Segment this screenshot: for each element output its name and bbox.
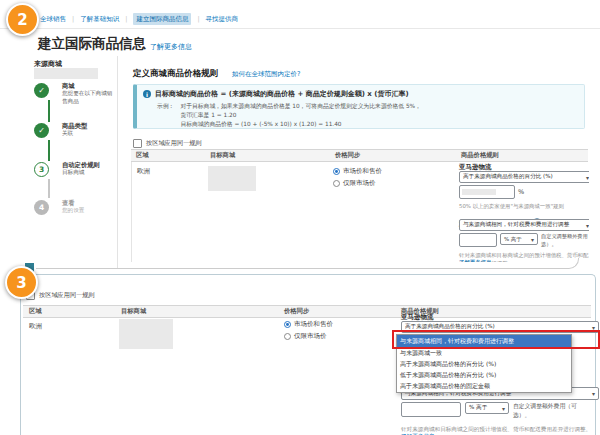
example-line3: 目标商城的商品价格 = (10 + (-5% x 10)) x (1.20) =… — [180, 120, 421, 129]
sync-option-1-label: 市场价和售价 — [343, 167, 382, 176]
region-value: 欧洲 — [137, 167, 150, 176]
step4-number-circle: 4 — [34, 200, 49, 215]
tab-find-providers[interactable]: 寻找提供商 — [206, 15, 239, 24]
example-line2: 货币汇率是 1 = 1.20 — [180, 111, 421, 120]
pricing-formula-info-box: i 目标商城的商品价格 = (来源商城的商品价格 + 商品定价规则金额) x (… — [133, 84, 585, 129]
pricing-formula: 目标商城的商品价格 = (来源商城的商品价格 + 商品定价规则金额) x (货币… — [155, 89, 409, 99]
sync-option-2-label: 仅限市场价 — [343, 179, 376, 188]
percent-sign: % — [518, 188, 524, 196]
col-price-sync: 价格同步 — [335, 151, 461, 160]
example-label: 示例： — [157, 102, 174, 129]
col-target-marketplace: 目标商城 — [121, 307, 284, 316]
tab-build-international-listings-active[interactable]: 建立国际商品信息 — [133, 13, 191, 25]
section1-heading: 定义商城商品价格规则 — [133, 68, 218, 80]
pan-eu-rule-select[interactable]: 与来源商城相同，针对税费和费用进行调整 — [459, 219, 589, 231]
sidebar-divider — [117, 56, 118, 268]
step2-subtitle: 关联 — [62, 130, 73, 138]
screenshot2-panel: 按区域应用同一规则 区域 目标商城 价格同步 商品价格规则 欧洲 市场价和售价 … — [20, 274, 596, 435]
adjust-fee-row: % 高于 自定义调整额外费用（可选）。 — [459, 233, 589, 249]
target-marketplace-redacted — [208, 166, 256, 191]
example-line1: 对于目标商城，如果来源商城的商品价格是 10，可将商品定价规则定义为比来源价格低… — [180, 102, 421, 111]
step4-subtitle: 您的设置 — [62, 207, 84, 215]
col-region: 区域 — [23, 307, 121, 316]
col-price-rule: 商品价格规则 — [461, 151, 499, 160]
fba-rule-select[interactable]: 高于来源商城商品价格的百分比 (%) — [459, 171, 589, 183]
sync-radio-price-and-sale[interactable] — [333, 168, 340, 175]
dropdown-option-same-as-source[interactable]: 与来源商城一致 — [397, 348, 571, 359]
fba-percent-input[interactable] — [459, 185, 515, 199]
region-rule-label: 按区域应用同一规则 — [146, 139, 202, 148]
sync-option-1-row: 市场价和售价 — [284, 320, 333, 329]
step3-number-circle: 3 — [34, 162, 49, 177]
region-value: 欧洲 — [29, 322, 42, 331]
annotation-badge-3: 3 — [5, 266, 38, 299]
nav-divider — [0, 28, 600, 29]
adjust-fee-input[interactable] — [459, 233, 497, 247]
build-international-listings-page: 2 全球销售 | 了解基础知识 | 建立国际商品信息 | 寻找提供商 建立国际商… — [0, 0, 600, 435]
screenshot1-bottom-border — [36, 258, 579, 269]
fba-rule-dropdown-list: 与来源商城相同，针对税费和费用进行调整 与来源商城一致 高于来源商城商品价格的百… — [396, 334, 572, 393]
sync-option-2-row: 仅限市场价 — [284, 332, 327, 341]
apply-rule-by-region-row: 按区域应用同一规则 — [133, 139, 202, 148]
table1-row: 欧洲 市场价和售价 仅限市场价 亚马逊物流 高于来源商城商品价格的百分比 (%)… — [131, 162, 589, 262]
apply-rule-by-region-row: 按区域应用同一规则 — [26, 291, 95, 300]
fba-note: 50% 以上的卖家使用"与来源商城一致"规则 — [459, 203, 589, 211]
step2-check-icon — [34, 123, 49, 138]
adjust-note: 针对来源商城和目标商城之间的预计增值税、货币和配送费用差异进行调整。 — [401, 425, 593, 433]
col-price-sync: 价格同步 — [284, 307, 401, 316]
table1-header: 区域 目标商城 价格同步 商品价格规则 — [131, 149, 588, 162]
step1-subtitle: 您想要在以下商城销售商品 — [62, 90, 116, 106]
tab-sell-globally[interactable]: 全球销售 — [40, 15, 66, 24]
sync-radio-price-and-sale[interactable] — [284, 321, 291, 328]
pricing-help-link[interactable]: 如何在全球范围内定价? — [232, 70, 300, 79]
step1-check-icon — [34, 83, 49, 98]
sync-option-2-label: 仅限市场价 — [294, 332, 327, 341]
dropdown-option-percent-below[interactable]: 低于来源商城商品价格的百分比 (%) — [397, 370, 571, 381]
sync-option-1-row: 市场价和售价 — [333, 167, 382, 176]
sync-radio-price-only[interactable] — [284, 333, 291, 340]
adjust-fee-row: % 高于 自定义调整额外费用（可选）。 — [401, 402, 579, 419]
fba-rule-select[interactable]: 高于来源商城商品价格的百分比 (%) — [401, 321, 599, 333]
dropdown-option-match-adjusted[interactable]: 与来源商城相同，针对税费和费用进行调整 — [397, 335, 571, 348]
adjust-fee-text: 自定义调整额外费用（可选）。 — [541, 233, 589, 249]
sync-option-1-label: 市场价和售价 — [294, 320, 333, 329]
step-connector — [48, 140, 50, 161]
source-marketplace-value-redacted — [34, 68, 98, 79]
sync-option-2-row: 仅限市场价 — [333, 179, 376, 188]
adjust-direction-select[interactable]: % 高于 — [500, 233, 538, 245]
table2-header: 区域 目标商城 价格同步 商品价格规则 — [23, 305, 591, 318]
nav-separator: | — [72, 15, 74, 23]
info-icon: i — [143, 90, 151, 98]
col-target-marketplace: 目标商城 — [210, 151, 335, 160]
step3-subtitle: 目标商城 — [62, 169, 84, 177]
region-rule-label: 按区域应用同一规则 — [39, 291, 95, 300]
dropdown-option-fixed-amount-above[interactable]: 高于来源商城商品价格的固定金额 — [397, 381, 571, 392]
adjust-fee-text: 自定义调整额外费用（可选）。 — [513, 402, 579, 419]
col-region: 区域 — [131, 151, 210, 160]
top-nav: 全球销售 | 了解基础知识 | 建立国际商品信息 | 寻找提供商 — [40, 13, 238, 25]
nav-separator: | — [125, 15, 127, 23]
fba-percent-row: % — [459, 185, 524, 199]
page-title: 建立国际商品信息 — [38, 35, 146, 53]
region-rule-checkbox[interactable] — [133, 139, 142, 148]
adjust-direction-select[interactable]: % 高于 — [465, 402, 509, 414]
step-connector — [48, 100, 50, 122]
tab-learn-basics[interactable]: 了解基础知识 — [80, 15, 119, 24]
annotation-badge-2: 2 — [6, 3, 39, 36]
step-connector — [48, 179, 50, 198]
learn-more-link[interactable]: 了解更多信息 — [150, 42, 192, 52]
dropdown-option-percent-above[interactable]: 高于来源商城商品价格的百分比 (%) — [397, 359, 571, 370]
adjust-fee-input[interactable] — [401, 402, 461, 417]
sync-radio-price-only[interactable] — [333, 180, 340, 187]
nav-separator: | — [197, 15, 199, 23]
target-marketplace-redacted — [119, 319, 173, 349]
